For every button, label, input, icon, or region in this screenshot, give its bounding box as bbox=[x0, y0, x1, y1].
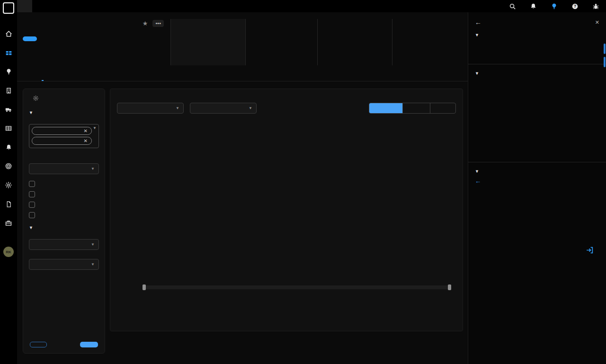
legend-target-service-level[interactable] bbox=[475, 155, 482, 156]
interval-week-button[interactable] bbox=[402, 103, 430, 113]
legend-swatch bbox=[475, 155, 479, 156]
part-analysis-legend bbox=[127, 296, 456, 297]
legend-swatch bbox=[475, 150, 479, 151]
probability-range-select[interactable]: ▼ bbox=[29, 259, 99, 270]
simulation-results-section-toggle[interactable]: ▼ bbox=[29, 225, 99, 230]
selected-metric-chip[interactable]: ✕ bbox=[32, 127, 92, 135]
back-to-home-link[interactable]: ← bbox=[475, 178, 599, 185]
left-nav-rail: RK bbox=[0, 0, 17, 364]
chevron-down-icon: ▼ bbox=[249, 106, 252, 110]
create-scenario-button[interactable] bbox=[23, 36, 37, 41]
panel-scrollbar[interactable] bbox=[604, 57, 606, 67]
product-tab[interactable] bbox=[17, 0, 32, 12]
debug-bug-icon[interactable] bbox=[592, 3, 599, 10]
home-icon bbox=[5, 30, 13, 40]
interval-toggle bbox=[369, 103, 456, 114]
recommendation-status-stat[interactable] bbox=[170, 19, 245, 65]
nav-settings[interactable] bbox=[0, 177, 17, 195]
truck-icon bbox=[5, 106, 12, 115]
nav-sites[interactable] bbox=[0, 82, 17, 101]
tab-analysis[interactable] bbox=[42, 76, 44, 81]
filters-gear-icon[interactable] bbox=[33, 95, 39, 103]
tab-change-log[interactable] bbox=[114, 76, 116, 81]
drivers-section-toggle[interactable]: ▼ bbox=[475, 169, 599, 174]
chevron-down-icon[interactable]: ▼ bbox=[93, 126, 97, 130]
checkbox-testing-period-end[interactable] bbox=[29, 212, 99, 218]
remove-chip-icon[interactable]: ✕ bbox=[84, 138, 88, 143]
nav-inventory[interactable] bbox=[0, 44, 17, 63]
tab-scenarios[interactable] bbox=[96, 76, 98, 81]
nav-shipments[interactable] bbox=[0, 101, 17, 120]
chevron-down-icon: ▼ bbox=[91, 262, 95, 266]
chevron-down-icon: ▼ bbox=[475, 169, 479, 174]
interval-day-button[interactable] bbox=[369, 103, 402, 113]
close-icon[interactable]: ✕ bbox=[595, 19, 599, 26]
legend-planned-arrival[interactable] bbox=[157, 296, 170, 297]
checkbox-testing-period-start[interactable] bbox=[29, 202, 99, 208]
tab-order-lines[interactable] bbox=[78, 76, 80, 81]
building-icon bbox=[5, 87, 12, 96]
legend-optimized-sl[interactable] bbox=[489, 155, 497, 156]
checkbox-training-period-start[interactable] bbox=[29, 181, 99, 187]
service-level-stats bbox=[245, 19, 317, 65]
panel-scrollbar[interactable] bbox=[604, 44, 606, 54]
search-icon[interactable] bbox=[509, 3, 516, 10]
checkbox[interactable] bbox=[29, 212, 35, 218]
actuals-multiselect[interactable]: ▼ ✕ ✕ bbox=[29, 124, 99, 148]
open-driver-icon[interactable] bbox=[586, 246, 594, 256]
overview-section-toggle[interactable]: ▼ bbox=[475, 33, 599, 37]
recommendations-panel: ← ✕ ▼ bbox=[468, 12, 606, 364]
favorite-star-icon[interactable]: ★ bbox=[143, 20, 148, 27]
page-header: ★ ••• bbox=[17, 17, 468, 65]
help-icon[interactable]: ? bbox=[571, 3, 579, 10]
legend-current-forecast-inventory[interactable] bbox=[475, 150, 482, 151]
nav-orders[interactable] bbox=[0, 120, 17, 139]
lightbulb-icon bbox=[5, 68, 12, 77]
tab-overview[interactable] bbox=[24, 76, 26, 81]
back-arrow-icon[interactable]: ← bbox=[475, 18, 481, 26]
projected-inventory-section-toggle[interactable]: ▼ bbox=[475, 71, 599, 76]
chart-horizontal-scrollbar[interactable] bbox=[143, 285, 451, 289]
chevron-down-icon: ▼ bbox=[91, 242, 95, 247]
checkbox[interactable] bbox=[29, 181, 35, 187]
checkbox[interactable] bbox=[29, 202, 35, 208]
chevron-down-icon: ▼ bbox=[29, 110, 33, 115]
app-logo[interactable] bbox=[3, 2, 14, 14]
scroll-handle-right[interactable] bbox=[448, 284, 451, 290]
checkbox-training-period-end[interactable] bbox=[29, 191, 99, 197]
nav-documents[interactable] bbox=[0, 195, 17, 214]
clear-button[interactable] bbox=[30, 342, 47, 347]
nav-home[interactable] bbox=[0, 25, 17, 44]
filter-button[interactable] bbox=[80, 342, 98, 347]
replenishment-stats bbox=[392, 19, 463, 65]
legend-optimized-inventory[interactable] bbox=[475, 152, 482, 153]
forecast-select[interactable]: ▼ bbox=[29, 163, 99, 174]
optimized-metric-select[interactable]: ▼ bbox=[29, 239, 99, 250]
recommendations-lightbulb-icon[interactable] bbox=[551, 3, 558, 10]
svg-text:?: ? bbox=[574, 4, 576, 9]
selected-metric-chip[interactable]: ✕ bbox=[32, 137, 92, 145]
scroll-handle-left[interactable] bbox=[143, 284, 146, 290]
tab-supply-chain[interactable] bbox=[60, 76, 62, 81]
more-options-button[interactable]: ••• bbox=[152, 20, 164, 27]
user-avatar[interactable]: RK bbox=[3, 247, 14, 257]
target-icon bbox=[5, 162, 12, 172]
nav-alerts[interactable] bbox=[0, 139, 17, 158]
part-analysis-chart bbox=[117, 117, 456, 281]
start-date-select[interactable]: ▼ bbox=[117, 103, 184, 114]
tab-configuration[interactable] bbox=[132, 76, 134, 81]
nav-targets[interactable] bbox=[0, 158, 17, 177]
chevron-down-icon: ▼ bbox=[29, 225, 33, 230]
checkbox[interactable] bbox=[29, 191, 35, 197]
nav-insights[interactable] bbox=[0, 63, 17, 82]
interval-month-button[interactable] bbox=[430, 103, 455, 113]
app-root: RK ? ★ ••• bbox=[0, 0, 606, 364]
legend-actual-arrival[interactable] bbox=[127, 296, 140, 297]
remove-chip-icon[interactable]: ✕ bbox=[84, 128, 88, 133]
standard-metrics-section-toggle[interactable]: ▼ bbox=[29, 110, 99, 115]
chevron-down-icon: ▼ bbox=[475, 33, 479, 37]
end-date-select[interactable]: ▼ bbox=[190, 103, 257, 114]
nav-toolbox[interactable] bbox=[0, 214, 17, 233]
chevron-down-icon: ▼ bbox=[176, 106, 179, 110]
notifications-bell-icon[interactable] bbox=[530, 3, 537, 10]
